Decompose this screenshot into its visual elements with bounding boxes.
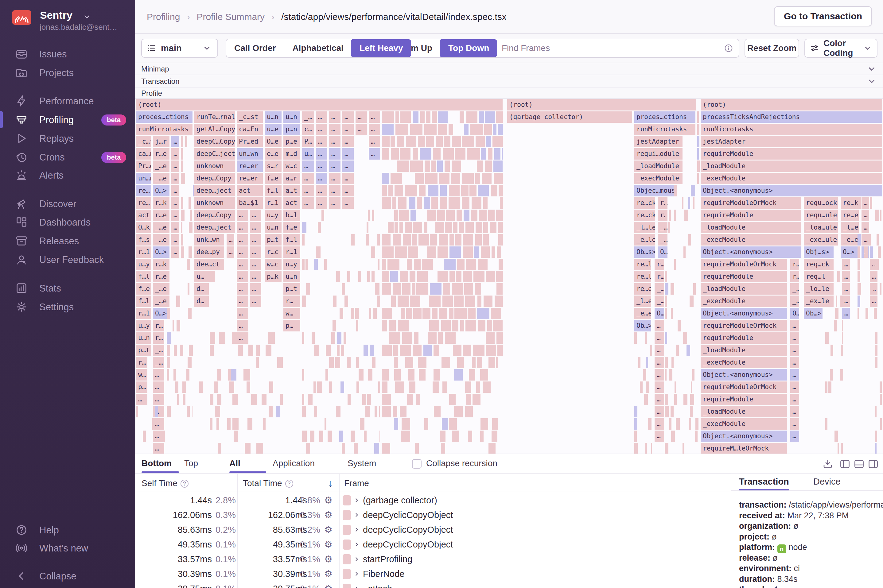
- flame-frame[interactable]: O…>: [841, 246, 859, 258]
- flame-frame[interactable]: f…e: [265, 173, 282, 184]
- flame-frame[interactable]: d…: [194, 296, 209, 307]
- flame-frame[interactable]: …: [342, 160, 354, 172]
- sort-left-heavy[interactable]: Left Heavy: [351, 39, 412, 58]
- flame-frame[interactable]: deep…Copy: [194, 210, 235, 221]
- frame-table-row[interactable]: 1.44s 2.8% 1.44s 2.8% ⚙ (garbage collect…: [135, 493, 731, 508]
- sidebar-item-stats[interactable]: Stats: [0, 279, 135, 297]
- flame-frame[interactable]: u…: [302, 148, 314, 160]
- flame-frame[interactable]: _loadModule: [701, 222, 801, 233]
- flame-frame[interactable]: …: [153, 381, 164, 393]
- flame-frame[interactable]: …: [655, 345, 664, 356]
- flame-frame[interactable]: re…e: [634, 283, 651, 295]
- flame-frame[interactable]: _…e: [153, 234, 170, 246]
- flame-frame[interactable]: unknown: [194, 197, 235, 208]
- flame-frame[interactable]: …: [329, 160, 341, 172]
- tab-application-frames[interactable]: Application Frames: [273, 454, 340, 474]
- transaction-section-header[interactable]: Transaction: [135, 75, 883, 88]
- flame-frame[interactable]: _…e: [153, 296, 170, 307]
- flame-frame[interactable]: unk…wn: [194, 234, 224, 246]
- flame-frame[interactable]: runMicrotasks: [136, 124, 192, 135]
- flame-frame[interactable]: O…k: [136, 222, 151, 233]
- flame-frame[interactable]: …: [316, 148, 327, 160]
- details-tab-device[interactable]: Device: [813, 474, 841, 490]
- flame-frame[interactable]: …: [329, 124, 341, 135]
- flame-frame[interactable]: (root): [507, 99, 696, 111]
- flame-frame[interactable]: _execModule: [701, 234, 801, 246]
- frame-table-row[interactable]: 85.63ms 0.2% 85.63ms 0.2% ⚙ deepCyclicCo…: [135, 522, 731, 537]
- flame-frame[interactable]: _e…e: [634, 308, 651, 319]
- expand-chevron-icon[interactable]: [354, 585, 360, 588]
- flame-frame[interactable]: …: [862, 197, 869, 208]
- flame-frame[interactable]: u…: [194, 271, 215, 282]
- flame-frame[interactable]: …: [237, 320, 248, 332]
- chevron-down-icon[interactable]: [867, 77, 876, 86]
- flame-frame[interactable]: f…l: [136, 296, 151, 307]
- flame-frame[interactable]: dee…ct: [194, 259, 224, 270]
- flame-frame[interactable]: …: [329, 111, 341, 123]
- flame-frame[interactable]: (root): [136, 99, 503, 111]
- flame-frame[interactable]: …: [655, 320, 664, 332]
- flame-frame[interactable]: _…: [790, 283, 799, 295]
- flame-frame[interactable]: …: [250, 246, 261, 258]
- reset-zoom-button[interactable]: Reset Zoom: [745, 39, 799, 58]
- flame-frame[interactable]: p…n: [283, 124, 300, 135]
- flame-frame[interactable]: _exe…ule: [804, 234, 838, 246]
- sidebar-item-profiling[interactable]: Profilingbeta: [0, 111, 135, 129]
- flame-frame[interactable]: …: [250, 283, 261, 295]
- sidebar-item-settings[interactable]: Settings: [0, 298, 135, 316]
- flame-frame[interactable]: re…l: [634, 271, 651, 282]
- flame-frame[interactable]: …: [356, 124, 367, 135]
- total-time-column-header[interactable]: Total Time?: [243, 478, 293, 488]
- flame-frame[interactable]: …: [790, 345, 799, 356]
- flame-frame[interactable]: w…c: [283, 160, 300, 172]
- flame-frame[interactable]: …: [237, 246, 248, 258]
- layout-right-icon[interactable]: [868, 459, 879, 470]
- flame-frame[interactable]: r…: [655, 259, 664, 270]
- expand-chevron-icon[interactable]: [354, 496, 360, 504]
- flame-frame[interactable]: s…r: [265, 160, 282, 172]
- flame-frame[interactable]: jestAdapter: [701, 136, 882, 147]
- flame-frame[interactable]: …: [316, 124, 327, 135]
- flame-frame[interactable]: f…l: [283, 234, 300, 246]
- org-switcher[interactable]: Sentry: [40, 9, 72, 21]
- flame-frame[interactable]: deep…ject: [194, 222, 235, 233]
- flame-frame[interactable]: …: [302, 185, 314, 196]
- flame-frame[interactable]: …: [171, 222, 179, 233]
- sentry-logo-icon[interactable]: [12, 10, 31, 25]
- flame-frame[interactable]: requireModule: [701, 210, 801, 221]
- flame-frame[interactable]: …: [171, 246, 179, 258]
- flame-frame[interactable]: …: [316, 160, 327, 172]
- flame-frame[interactable]: requireModuleOrMock: [701, 197, 801, 208]
- flame-frame[interactable]: requireModule: [701, 148, 882, 160]
- flame-frame[interactable]: ca…Fn: [237, 124, 263, 135]
- flame-frame[interactable]: runMicrotasks: [634, 124, 695, 135]
- sort-call-order[interactable]: Call Order: [226, 39, 284, 57]
- flame-frame[interactable]: …: [171, 185, 179, 196]
- flame-frame[interactable]: requi…odule: [634, 148, 683, 160]
- flame-frame[interactable]: …: [227, 246, 234, 258]
- flame-frame[interactable]: …: [237, 296, 248, 307]
- flame-frame[interactable]: O…: [658, 246, 667, 258]
- flame-frame[interactable]: _e…le: [634, 234, 655, 246]
- flame-frame[interactable]: u…y: [283, 259, 300, 270]
- frame-table-row[interactable]: 49.35ms 0.1% 49.35ms 0.1% ⚙ deepCyclicCo…: [135, 537, 731, 552]
- flame-frame[interactable]: …: [237, 222, 248, 233]
- flame-frame[interactable]: f…l: [265, 185, 282, 196]
- flame-frame[interactable]: r…: [790, 271, 799, 282]
- self-time-column-header[interactable]: Self Time?: [141, 478, 189, 488]
- flame-frame[interactable]: w…: [136, 369, 147, 381]
- flamegraph[interactable]: (root)(root)(root)proces…ctionsrunTe…rna…: [136, 99, 883, 454]
- flame-frame[interactable]: …: [153, 394, 164, 405]
- flame-frame[interactable]: _loa…ule: [804, 222, 838, 233]
- flame-frame[interactable]: Ob…>: [634, 320, 651, 332]
- flame-frame[interactable]: f…e: [283, 222, 300, 233]
- flame-frame[interactable]: …: [342, 197, 354, 208]
- tab-all-frames[interactable]: All Frames: [229, 454, 266, 474]
- flame-frame[interactable]: re…er: [237, 173, 263, 184]
- flame-frame[interactable]: r…: [655, 271, 664, 282]
- flame-frame[interactable]: O…: [655, 308, 664, 319]
- flame-frame[interactable]: …: [342, 185, 354, 196]
- flame-frame[interactable]: dee…py: [194, 246, 224, 258]
- flame-frame[interactable]: f…e: [136, 283, 151, 295]
- flame-frame[interactable]: requireModuleOrMock: [701, 320, 787, 332]
